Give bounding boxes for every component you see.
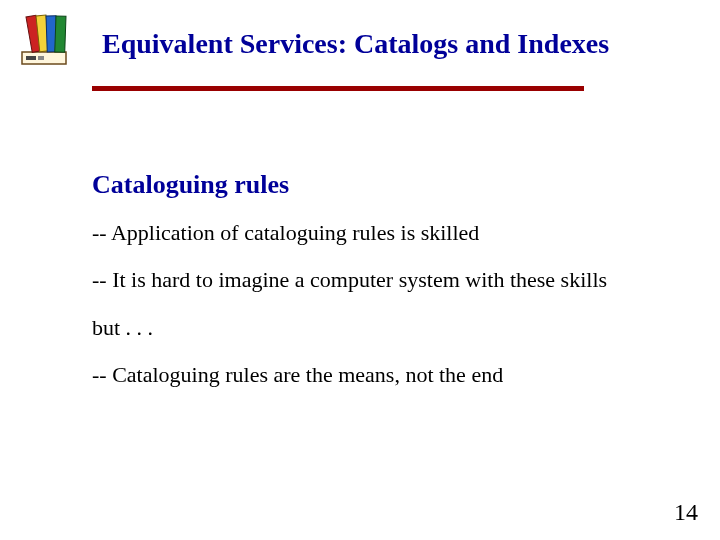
svg-rect-7 (55, 16, 66, 52)
page-number: 14 (674, 499, 698, 526)
content-area: Cataloguing rules -- Application of cata… (92, 170, 682, 409)
bullet-line: -- Cataloguing rules are the means, not … (92, 362, 682, 387)
bullet-line: -- It is hard to imagine a computer syst… (92, 267, 682, 292)
svg-rect-2 (38, 56, 44, 60)
svg-rect-1 (26, 56, 36, 60)
title-underline (92, 86, 584, 91)
section-heading: Cataloguing rules (92, 170, 682, 200)
books-on-shelf-icon (18, 14, 82, 70)
slide-title: Equivalent Services: Catalogs and Indexe… (102, 28, 609, 60)
bullet-line: but . . . (92, 315, 682, 340)
slide: Equivalent Services: Catalogs and Indexe… (0, 0, 720, 540)
bullet-line: -- Application of cataloguing rules is s… (92, 220, 682, 245)
